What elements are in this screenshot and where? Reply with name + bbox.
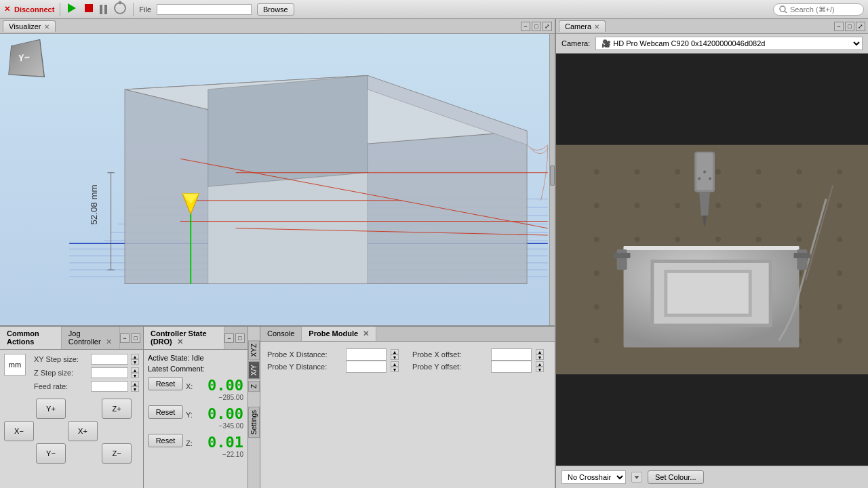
y-minus-button[interactable]: Y− (36, 443, 66, 464)
dro-x-display: X: 0.00 −285.00 (186, 377, 243, 401)
toolbar-separator-1 (60, 3, 60, 16)
pause-button[interactable] (100, 3, 107, 16)
feed-rate-down[interactable]: ▼ (131, 386, 139, 392)
dro-x-row: Reset X: 0.00 −285.00 (148, 377, 243, 401)
svg-point-50 (675, 237, 680, 242)
tab-console[interactable]: Console (260, 327, 302, 341)
svg-rect-91 (614, 253, 631, 258)
probe-x-dist-up[interactable]: ▲ (391, 349, 399, 354)
camera-tab[interactable]: Camera ✕ (559, 20, 606, 32)
pause-bar-left (100, 5, 102, 14)
x-minus-button[interactable]: X− (4, 421, 34, 441)
xyz-tab-xyz[interactable]: XYZ (248, 340, 260, 360)
probe-y-dist-down[interactable]: ▼ (391, 367, 399, 372)
latest-comment-row: Latest Comment: (148, 365, 243, 373)
xy-step-input[interactable]: 10 (91, 354, 128, 365)
x-plus-button[interactable]: X+ (68, 421, 98, 441)
svg-marker-0 (68, 3, 76, 13)
stop-button[interactable] (83, 3, 94, 16)
xyz-tab-xy[interactable]: X/Y (248, 361, 260, 379)
probe-y-dist-input[interactable]: 10 (346, 361, 387, 373)
svg-point-3 (119, 1, 122, 5)
browse-button[interactable]: Browse (257, 3, 294, 16)
z-minus-button[interactable]: Z− (102, 443, 132, 464)
camera-view (556, 54, 868, 466)
xy-step-up[interactable]: ▲ (131, 354, 139, 359)
run-icon (113, 1, 127, 16)
z-step-down[interactable]: ▼ (131, 373, 139, 378)
tab-controller-state[interactable]: Controller State (DRO) ✕ (144, 327, 224, 349)
set-colour-button[interactable]: Set Colour... (648, 470, 704, 484)
tab-jog-controller[interactable]: Jog Controller ✕ (62, 327, 120, 349)
visualizer-expand-btn[interactable]: ⤢ (542, 22, 552, 31)
scrollbar-thumb[interactable] (550, 165, 555, 186)
probe-y-offset-down[interactable]: ▼ (536, 367, 544, 372)
camera-close-icon[interactable]: ✕ (594, 23, 599, 30)
probe-x-offset-up[interactable]: ▲ (536, 349, 544, 354)
latest-comment-label: Latest Comment: (148, 365, 205, 373)
svg-point-88 (703, 171, 706, 174)
camera-panel: Camera ✕ − □ ⤢ Camera: 🎥 HD Pro Webcam C… (555, 19, 868, 488)
xy-step-spinner: ▲ ▼ (131, 354, 139, 365)
visualizer-scrollbar[interactable] (549, 34, 555, 325)
z-step-input[interactable]: 1 (91, 367, 128, 378)
dro-y-label: Y: (186, 409, 205, 419)
visualizer-tab[interactable]: Visualizer ✕ (3, 20, 56, 32)
probe-close-icon[interactable]: ✕ (363, 329, 369, 338)
camera-select[interactable]: 🎥 HD Pro Webcam C920 0x14200000046d082d (595, 37, 863, 50)
svg-point-40 (837, 169, 842, 175)
crosshair-select[interactable]: No Crosshair (561, 470, 626, 484)
tab-common-actions[interactable]: Common Actions (0, 327, 62, 349)
file-input[interactable]: enclosure.nc (157, 4, 252, 15)
camera-maximize-btn[interactable]: □ (845, 22, 854, 31)
dro-close-icon[interactable]: ✕ (177, 338, 183, 346)
left-bottom-panel: Common Actions Jog Controller ✕ − □ (0, 327, 144, 488)
tab-probe-module[interactable]: Probe Module ✕ (302, 327, 376, 341)
z-plus-button[interactable]: Z+ (102, 399, 132, 419)
probe-y-offset-up[interactable]: ▲ (536, 361, 544, 367)
xyz-tab-z[interactable]: Z (248, 381, 260, 392)
y-plus-button[interactable]: Y+ (36, 399, 66, 419)
visualizer-maximize-btn[interactable]: □ (532, 22, 541, 31)
probe-x-dist-down[interactable]: ▼ (391, 354, 399, 360)
disconnect-button[interactable]: ✕ Disconnect (4, 5, 54, 14)
svg-point-53 (796, 237, 802, 242)
left-panel-btn2[interactable]: □ (131, 333, 140, 343)
search-icon (779, 5, 787, 14)
dro-tab-bar: Controller State (DRO) ✕ − □ (144, 327, 248, 350)
camera-label-row: Camera: 🎥 HD Pro Webcam C920 0x142000000… (556, 34, 868, 54)
visualizer-minimize-btn[interactable]: − (521, 22, 530, 31)
probe-y-offset-input[interactable]: 14.12 (491, 361, 532, 373)
svg-rect-92 (793, 253, 810, 258)
probe-x-offset-input[interactable]: 13.44 (491, 348, 532, 361)
z-step-up[interactable]: ▲ (131, 367, 139, 373)
dro-panel-btn2[interactable]: □ (235, 333, 245, 343)
camera-expand-btn[interactable]: ⤢ (856, 22, 865, 31)
common-actions-label: Common Actions (7, 329, 39, 346)
dro-panel-btn1[interactable]: − (224, 333, 234, 343)
search-input[interactable] (790, 5, 858, 14)
play-button[interactable] (66, 2, 78, 16)
run-button[interactable] (113, 1, 127, 18)
xy-step-down[interactable]: ▼ (131, 359, 139, 365)
reset-x-button[interactable]: Reset (148, 377, 183, 390)
feed-rate-input[interactable]: 4,000 (91, 381, 128, 392)
svg-rect-89 (617, 249, 627, 270)
probe-x-dist-input[interactable]: 10 (346, 348, 387, 361)
feed-rate-up[interactable]: ▲ (131, 381, 139, 386)
jog-controller-close-icon[interactable]: ✕ (106, 338, 112, 346)
probe-x-dist-row: Probe X Distance: 10 ▲ ▼ (267, 348, 399, 361)
camera-minimize-btn[interactable]: − (834, 22, 844, 31)
settings-tab[interactable]: Settings (248, 407, 260, 438)
probe-x-offset-down[interactable]: ▼ (536, 354, 544, 360)
visualizer-close-icon[interactable]: ✕ (44, 23, 50, 30)
probe-y-dist-up[interactable]: ▲ (391, 361, 399, 367)
active-state-value: Idle (192, 354, 204, 362)
play-icon (66, 2, 78, 14)
crosshair-dropdown-icon[interactable] (631, 472, 642, 483)
left-panel-btn1[interactable]: − (120, 333, 130, 343)
reset-y-button[interactable]: Reset (148, 405, 183, 419)
probe-x-dist-spinner: ▲ ▼ (391, 349, 399, 360)
reset-z-button[interactable]: Reset (148, 434, 183, 447)
visualizer-canvas[interactable]: Y− (0, 34, 555, 325)
